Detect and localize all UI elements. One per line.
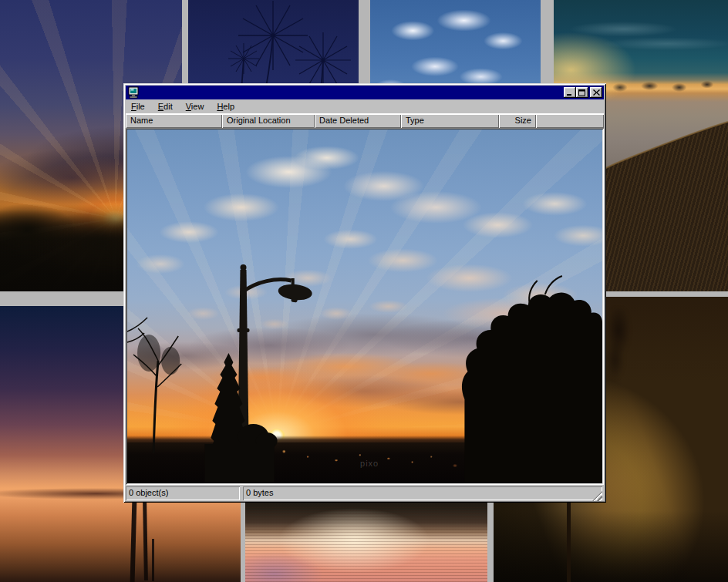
- maximize-button[interactable]: [576, 87, 588, 98]
- close-icon: [593, 89, 600, 96]
- column-header-original-location[interactable]: Original Location: [222, 114, 315, 128]
- file-list-area[interactable]: pixo: [126, 128, 604, 485]
- tree-wisp-silhouette: [602, 308, 635, 382]
- lake-pole: [152, 539, 154, 581]
- menu-view[interactable]: View: [186, 102, 204, 111]
- column-header-name[interactable]: Name: [126, 114, 222, 128]
- menu-edit[interactable]: Edit: [158, 102, 173, 111]
- lake-pole: [130, 499, 137, 582]
- menu-help[interactable]: Help: [217, 102, 234, 111]
- status-bytes: 0 bytes: [243, 486, 602, 500]
- application-icon: [127, 86, 140, 99]
- photo-watermark: pixo: [360, 459, 379, 468]
- desktop: { "desktop": { "base_color": "#b6b6b6", …: [0, 0, 728, 582]
- menu-file[interactable]: File: [131, 102, 145, 111]
- minimize-icon: [566, 89, 574, 96]
- status-objects: 0 object(s): [126, 486, 240, 500]
- column-header-type[interactable]: Type: [401, 114, 499, 128]
- window-titlebar[interactable]: [126, 86, 604, 99]
- column-header-date-deleted[interactable]: Date Deleted: [315, 114, 401, 128]
- recycle-bin-window: FileEditViewHelp NameOriginal LocationDa…: [123, 83, 606, 503]
- minimize-button[interactable]: [564, 87, 576, 98]
- menu-bar: FileEditViewHelp: [126, 99, 604, 114]
- street-lamp-and-trees-silhouette: [127, 130, 602, 483]
- close-button[interactable]: [590, 87, 602, 98]
- window-controls: [564, 87, 602, 98]
- sunset-street-lamp-photo: pixo: [127, 130, 602, 483]
- maximize-icon: [578, 89, 586, 96]
- column-header-size[interactable]: Size: [499, 114, 536, 128]
- lake-pole: [143, 501, 148, 580]
- column-header-filler: [536, 114, 604, 128]
- status-bar: 0 object(s) 0 bytes: [126, 485, 604, 502]
- column-header-row: NameOriginal LocationDate DeletedTypeSiz…: [126, 114, 604, 128]
